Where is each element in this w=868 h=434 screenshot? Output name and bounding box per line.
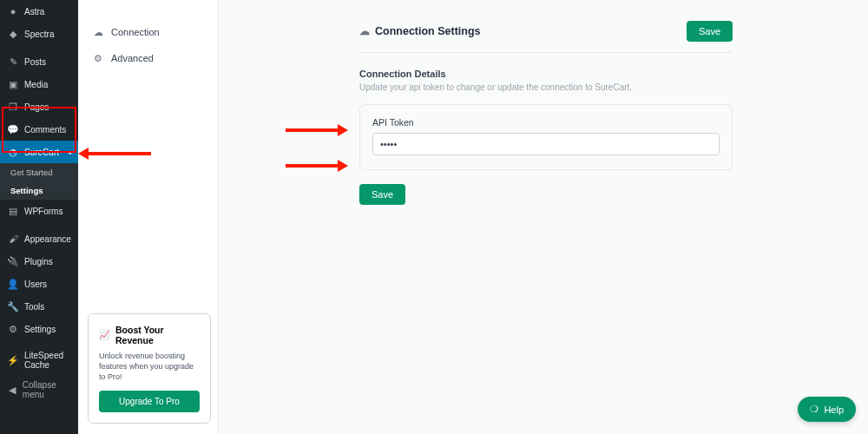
sidebar-item-wpforms[interactable]: ▤WPForms [0, 200, 78, 222]
upgrade-body: Unlock revenue boosting features when yo… [99, 351, 200, 382]
upgrade-card: 📈Boost Your Revenue Unlock revenue boost… [88, 313, 211, 424]
sidebar-label: SureCart [24, 148, 59, 157]
annotation-arrow-1 [78, 148, 151, 160]
help-button[interactable]: ❍ Help [798, 397, 856, 422]
sidebar-label: Posts [24, 57, 46, 67]
sidebar-item-surecart[interactable]: ◔SureCart◂ [0, 141, 78, 163]
plugin-icon: 🔌 [7, 255, 19, 267]
save-button-top[interactable]: Save [687, 21, 733, 42]
page-title: ☁Connection Settings [359, 25, 481, 37]
surecart-submenu: Get Started Settings [0, 163, 78, 200]
sidebar-label: Comments [24, 125, 66, 135]
spectra-icon: ◆ [7, 28, 19, 40]
sidebar-item-users[interactable]: 👤Users [0, 273, 78, 295]
tab-advanced[interactable]: ⚙ Advanced [78, 45, 218, 71]
upgrade-title: 📈Boost Your Revenue [99, 325, 200, 345]
media-icon: ▣ [7, 78, 19, 90]
api-token-input[interactable] [372, 133, 720, 155]
sidebar-item-settings[interactable]: ⚙Settings [0, 318, 78, 340]
submenu-settings[interactable]: Settings [0, 181, 78, 200]
cloud-icon: ☁ [359, 25, 370, 37]
sidebar-label: Plugins [24, 257, 53, 266]
upgrade-button[interactable]: Upgrade To Pro [99, 391, 200, 412]
tab-connection[interactable]: ☁ Connection [78, 19, 218, 45]
annotation-arrow-2 [286, 124, 348, 136]
astra-icon: ● [7, 5, 19, 17]
tab-label: Connection [111, 27, 160, 37]
help-label: Help [824, 404, 844, 415]
sidebar-item-spectra[interactable]: ◆Spectra [0, 23, 78, 45]
tab-label: Advanced [111, 53, 154, 63]
bolt-icon: ⚡ [7, 354, 19, 366]
sidebar-label: Users [24, 279, 47, 289]
api-token-label: API Token [372, 117, 720, 128]
sidebar-label: Settings [24, 325, 56, 334]
main-content: ☁Connection Settings Save Connection Det… [219, 0, 868, 434]
sidebar-collapse[interactable]: ◀Collapse menu [0, 375, 78, 404]
submenu-get-started[interactable]: Get Started [0, 163, 78, 181]
brush-icon: 🖌 [7, 233, 19, 245]
sidebar-label: LiteSpeed Cache [24, 351, 71, 370]
cloud-icon: ☁ [92, 26, 104, 38]
wpforms-icon: ▤ [7, 205, 19, 217]
sidebar-label: Tools [24, 302, 44, 312]
user-icon: 👤 [7, 278, 19, 290]
sidebar-item-media[interactable]: ▣Media [0, 73, 78, 95]
wp-admin-sidebar: ●Astra ◆Spectra ✎Posts ▣Media ❐Pages 💬Co… [0, 0, 78, 434]
chart-icon: 📈 [99, 329, 110, 340]
sidebar-item-comments[interactable]: 💬Comments [0, 118, 78, 141]
sidebar-item-pages[interactable]: ❐Pages [0, 95, 78, 118]
save-button-bottom[interactable]: Save [359, 184, 405, 205]
gear-icon: ⚙ [7, 323, 19, 335]
pages-icon: ❐ [7, 101, 19, 113]
surecart-icon: ◔ [7, 146, 19, 158]
sidebar-label: Pages [24, 102, 49, 112]
sidebar-label: Media [24, 80, 48, 89]
sidebar-label: Astra [24, 7, 44, 16]
comments-icon: 💬 [7, 123, 19, 135]
sidebar-item-posts[interactable]: ✎Posts [0, 50, 78, 73]
annotation-arrow-3 [286, 160, 348, 172]
chevron-left-icon: ◂ [68, 148, 71, 156]
sidebar-label: Spectra [24, 30, 54, 39]
sidebar-item-litespeed[interactable]: ⚡LiteSpeed Cache [0, 345, 78, 375]
sliders-icon: ⚙ [92, 52, 104, 64]
wrench-icon: 🔧 [7, 300, 19, 312]
pin-icon: ✎ [7, 56, 19, 68]
lifebuoy-icon: ❍ [810, 404, 819, 415]
sidebar-item-astra[interactable]: ●Astra [0, 0, 78, 23]
sidebar-item-appearance[interactable]: 🖌Appearance [0, 227, 78, 250]
api-token-field: API Token [359, 104, 733, 170]
page-header: ☁Connection Settings Save [359, 21, 733, 53]
sidebar-item-tools[interactable]: 🔧Tools [0, 295, 78, 318]
sidebar-label: Appearance [24, 234, 71, 244]
sidebar-label: WPForms [24, 207, 62, 216]
section-desc: Update your api token to change or updat… [359, 82, 733, 92]
section-title: Connection Details [359, 69, 733, 79]
sidebar-item-plugins[interactable]: 🔌Plugins [0, 250, 78, 273]
collapse-icon: ◀ [7, 384, 17, 396]
sidebar-label: Collapse menu [23, 380, 71, 399]
